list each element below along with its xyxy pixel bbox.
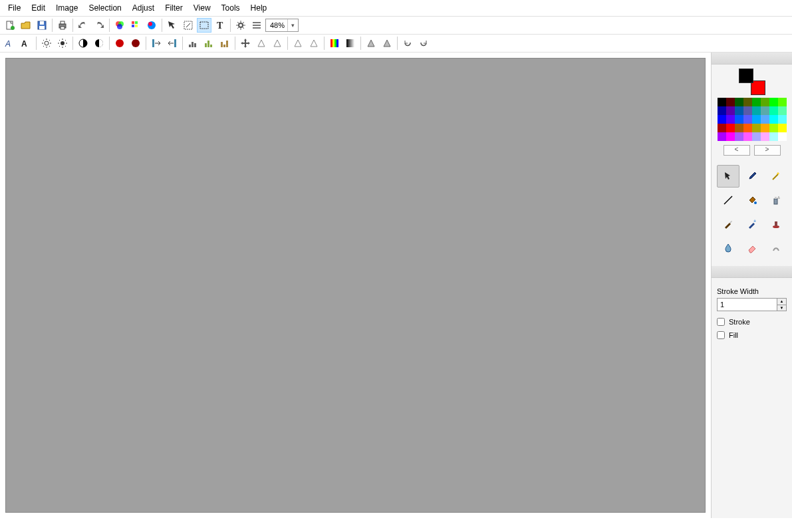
palette-color[interactable]: [718, 124, 726, 132]
palette-color[interactable]: [769, 124, 778, 132]
menu-selection[interactable]: Selection: [83, 1, 126, 15]
red-circle-b-icon[interactable]: [128, 36, 143, 51]
palette-next-button[interactable]: >: [754, 145, 781, 156]
palette-color[interactable]: [752, 124, 761, 132]
properties-icon[interactable]: [249, 18, 264, 33]
palette-color[interactable]: [735, 106, 743, 115]
fg-bg-swatches[interactable]: [739, 68, 765, 95]
foreground-color-swatch[interactable]: [739, 68, 753, 83]
menu-filter[interactable]: Filter: [160, 1, 188, 15]
menu-edit[interactable]: Edit: [26, 1, 51, 15]
palette-color[interactable]: [735, 98, 743, 106]
rotate-ccw-icon[interactable]: [400, 36, 415, 51]
align-right-icon[interactable]: [165, 36, 180, 51]
menu-tools[interactable]: Tools: [216, 1, 245, 15]
palette-prev-button[interactable]: <: [724, 145, 750, 156]
palette-color[interactable]: [769, 132, 778, 141]
menu-view[interactable]: View: [188, 1, 216, 15]
palette-color[interactable]: [778, 132, 787, 141]
palette-color[interactable]: [726, 98, 735, 106]
palette-color[interactable]: [743, 98, 752, 106]
shape-b-icon[interactable]: [380, 36, 394, 51]
palette-color[interactable]: [778, 106, 787, 115]
spinner-down-button[interactable]: ▼: [777, 305, 786, 311]
fill-checkbox[interactable]: [717, 331, 725, 339]
stroke-width-spinner[interactable]: ▲ ▼: [717, 298, 787, 311]
move-icon[interactable]: [238, 36, 253, 51]
brightness-down-icon[interactable]: [55, 36, 70, 51]
palette-color[interactable]: [769, 98, 778, 106]
palette-color[interactable]: [778, 98, 787, 106]
blur-tool[interactable]: [717, 237, 739, 259]
palette-color[interactable]: [778, 124, 787, 132]
palette-icon[interactable]: [128, 18, 143, 33]
menu-help[interactable]: Help: [245, 1, 273, 15]
palette-color[interactable]: [769, 106, 778, 115]
stroke-checkbox[interactable]: [717, 318, 725, 326]
pointer-tool[interactable]: [717, 165, 739, 188]
palette-color[interactable]: [726, 132, 735, 141]
brightness-up-icon[interactable]: [39, 36, 54, 51]
rgb-channels-icon[interactable]: [112, 18, 127, 33]
contrast-a-icon[interactable]: [76, 36, 90, 51]
menu-adjust[interactable]: Adjust: [127, 1, 160, 15]
options-panel-header[interactable]: [712, 266, 792, 278]
palette-color[interactable]: [778, 115, 787, 124]
chevron-down-icon[interactable]: ▾: [287, 19, 298, 31]
wand-select-icon[interactable]: [181, 18, 196, 33]
line-tool[interactable]: [717, 189, 739, 211]
rotate-cw-icon[interactable]: [416, 36, 431, 51]
flip-b-icon[interactable]: [270, 36, 285, 51]
palette-color[interactable]: [761, 106, 769, 115]
rect-select-icon[interactable]: [197, 18, 211, 33]
text-effect-b-icon[interactable]: A: [19, 36, 33, 51]
save-file-icon[interactable]: [35, 18, 49, 33]
drawing-canvas[interactable]: [5, 58, 706, 513]
palette-color[interactable]: [718, 115, 726, 124]
menu-image[interactable]: Image: [51, 1, 83, 15]
fill-checkbox-row[interactable]: Fill: [717, 331, 787, 339]
palette-color[interactable]: [743, 124, 752, 132]
new-file-icon[interactable]: [3, 18, 17, 33]
palette-color[interactable]: [761, 132, 769, 141]
palette-color[interactable]: [735, 132, 743, 141]
palette-color[interactable]: [743, 106, 752, 115]
palette-color[interactable]: [726, 115, 735, 124]
redo-icon[interactable]: [92, 18, 106, 33]
stroke-width-input[interactable]: [718, 299, 777, 311]
palette-color[interactable]: [718, 98, 726, 106]
red-circle-a-icon[interactable]: [112, 36, 127, 51]
palette-color[interactable]: [752, 98, 761, 106]
spinner-up-button[interactable]: ▲: [777, 299, 786, 305]
shape-a-icon[interactable]: [364, 36, 378, 51]
align-left-icon[interactable]: [149, 36, 164, 51]
text-effect-a-icon[interactable]: A: [3, 36, 17, 51]
palette-color[interactable]: [761, 115, 769, 124]
spray-tool[interactable]: [765, 189, 787, 211]
flip-c-icon[interactable]: [291, 36, 305, 51]
histogram-a-icon[interactable]: [186, 36, 200, 51]
print-icon[interactable]: [55, 18, 70, 33]
magic-wand-tool[interactable]: [765, 165, 787, 188]
text-tool-icon[interactable]: T: [213, 18, 227, 33]
settings-icon[interactable]: [233, 18, 248, 33]
color-wheel-icon[interactable]: [144, 18, 159, 33]
zoom-select[interactable]: 48%▾: [265, 19, 299, 32]
stamp-tool[interactable]: [765, 213, 787, 235]
arrow-tool-icon[interactable]: [165, 18, 180, 33]
palette-color[interactable]: [726, 106, 735, 115]
flip-a-icon[interactable]: [254, 36, 269, 51]
palette-color[interactable]: [726, 124, 735, 132]
undo-icon[interactable]: [76, 18, 90, 33]
palette-color[interactable]: [718, 106, 726, 115]
palette-color[interactable]: [743, 115, 752, 124]
flip-d-icon[interactable]: [307, 36, 321, 51]
gradient-a-icon[interactable]: [327, 36, 342, 51]
histogram-c-icon[interactable]: [217, 36, 232, 51]
eraser-tool[interactable]: [741, 237, 763, 259]
bucket-tool[interactable]: [741, 189, 763, 211]
palette-color[interactable]: [752, 132, 761, 141]
palette-color[interactable]: [761, 124, 769, 132]
palette-color[interactable]: [735, 124, 743, 132]
eyedropper-tool[interactable]: [741, 165, 763, 188]
